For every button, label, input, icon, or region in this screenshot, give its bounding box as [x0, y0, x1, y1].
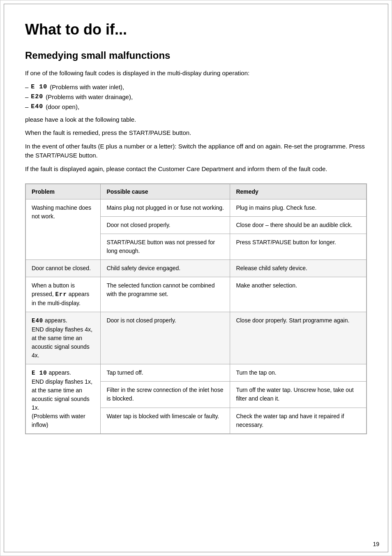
- cause-filter-blocked: Filter in the screw connection of the in…: [101, 382, 230, 408]
- code-e20-desc: (Problems with water drainage),: [46, 92, 133, 102]
- remedy-child-safety: Release child safety device.: [230, 260, 367, 277]
- code-e40-desc: (door open),: [46, 102, 79, 112]
- problem-washing-machine: Washing machine does not work.: [26, 199, 101, 260]
- problem-door-cannot-close: Door cannot be closed.: [26, 260, 101, 277]
- fault-codes-list: – E 10 (Problems with water inlet), – E2…: [25, 82, 367, 112]
- code-e10: E 10: [31, 82, 47, 92]
- problem-err-display: When a button is pressed, Err appears in…: [26, 277, 101, 312]
- problem-e40-appears: E40 appears. END display flashes 4x, at …: [26, 312, 101, 364]
- table-header-row: Problem Possible cause Remedy: [26, 184, 367, 199]
- code-e10-desc: (Problems with water inlet),: [50, 82, 124, 92]
- cause-child-safety: Child safety device engaged.: [101, 260, 230, 277]
- table-row: Washing machine does not work. Mains plu…: [26, 199, 367, 217]
- remedy-repair-tap: Check the water tap and have it repaired…: [230, 408, 367, 433]
- cause-start-pause: START/PAUSE button was not pressed for l…: [101, 234, 230, 260]
- page-title: What to do if...: [25, 21, 367, 38]
- remedy-clean-filter: Turn off the water tap. Unscrew hose, ta…: [230, 382, 367, 408]
- col-header-problem: Problem: [26, 184, 101, 199]
- cause-door-closed: Door not closed properly.: [101, 217, 230, 234]
- remedy-turn-tap-on: Turn the tap on.: [230, 364, 367, 382]
- intro-paragraph-1: If one of the following fault codes is d…: [25, 69, 367, 78]
- cause-water-tap-limescale: Water tap is blocked with limescale or f…: [101, 408, 230, 433]
- fault-code-e20: – E20 (Problems with water drainage),: [25, 92, 367, 102]
- cause-function-conflict: The selected function cannot be combined…: [101, 277, 230, 312]
- intro-block: If one of the following fault codes is d…: [25, 69, 367, 174]
- col-header-remedy: Remedy: [230, 184, 367, 199]
- remedy-close-door-click: Close door – there should be an audible …: [230, 217, 367, 234]
- intro-paragraph-2: please have a look at the following tabl…: [25, 115, 367, 125]
- page: What to do if... Remedying small malfunc…: [0, 0, 392, 556]
- code-e40: E40: [31, 102, 43, 112]
- cause-tap-off: Tap turned off.: [101, 364, 230, 382]
- table-row: When a button is pressed, Err appears in…: [26, 277, 367, 312]
- table-row: E40 appears. END display flashes 4x, at …: [26, 312, 367, 364]
- fault-code-e10: – E 10 (Problems with water inlet),: [25, 82, 367, 92]
- cause-door-not-closed-properly: Door is not closed properly.: [101, 312, 230, 364]
- section-title: Remedying small malfunctions: [25, 50, 367, 61]
- remedy-another-selection: Make another selection.: [230, 277, 367, 312]
- problem-e10-appears: E 10 appears. END display flashes 1x, at…: [26, 364, 101, 434]
- table-row: E 10 appears. END display flashes 1x, at…: [26, 364, 367, 382]
- remedy-press-longer: Press START/PAUSE button for longer.: [230, 234, 367, 260]
- page-number: 19: [373, 541, 379, 547]
- intro-paragraph-3: When the fault is remedied, press the ST…: [25, 128, 367, 138]
- remedy-plug-in: Plug in mains plug. Check fuse.: [230, 199, 367, 217]
- intro-paragraph-5: If the fault is displayed again, please …: [25, 164, 367, 174]
- intro-paragraph-4: In the event of other faults (E plus a n…: [25, 142, 367, 160]
- col-header-cause: Possible cause: [101, 184, 230, 199]
- remedy-close-door-start: Close door properly. Start programme aga…: [230, 312, 367, 364]
- code-e20: E20: [31, 92, 43, 102]
- cause-mains-plug: Mains plug not plugged in or fuse not wo…: [101, 199, 230, 217]
- table-row: Door cannot be closed. Child safety devi…: [26, 260, 367, 277]
- fault-code-e40: – E40 (door open),: [25, 102, 367, 112]
- fault-table: Problem Possible cause Remedy Washing ma…: [25, 183, 367, 434]
